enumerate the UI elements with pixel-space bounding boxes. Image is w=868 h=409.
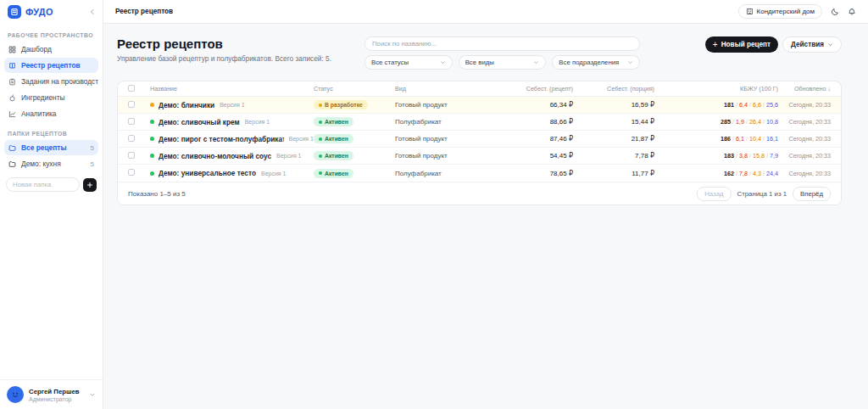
cost-portion-value: 15,44 ₽ — [573, 118, 654, 126]
recipe-kind: Готовый продукт — [395, 101, 495, 109]
folder-count: 5 — [91, 160, 94, 168]
filters-row: Все статусы Все виды Все подразделения — [364, 55, 640, 70]
recipe-version: Версия 1 — [289, 136, 314, 142]
recipes-table: Название Статус Вид Себест. (рецепт) Себ… — [117, 81, 842, 205]
column-header-kbju[interactable]: КБЖУ (100 Г) — [654, 85, 778, 92]
sidebar-item-production-tasks[interactable]: Задания на производст... — [4, 74, 98, 89]
kbju-value: 1833,815,87,9 — [654, 152, 778, 160]
kbju-value: 1627,84,324,4 — [654, 170, 778, 177]
chevron-down-icon — [440, 59, 446, 65]
cost-recipe-value: 78,65 ₽ — [495, 170, 573, 177]
recipe-status-dot-icon — [150, 120, 154, 124]
sidebar-item-label: Реестр рецептов — [21, 61, 81, 70]
row-checkbox[interactable] — [128, 152, 135, 159]
sidebar-item-label: Ингредиенты — [21, 93, 65, 102]
row-checkbox[interactable] — [128, 169, 135, 176]
column-header-cost-portion[interactable]: Себест. (порция) — [573, 85, 654, 92]
sort-desc-icon: ↓ — [827, 85, 831, 92]
page-subtitle: Управление базой рецептур и полуфабрикат… — [117, 54, 371, 63]
recipe-name[interactable]: Демо: сливочно-молочный соус — [159, 152, 271, 160]
row-checkbox[interactable] — [128, 118, 135, 125]
sidebar-collapse-icon[interactable] — [89, 8, 96, 15]
cost-portion-value: 11,77 ₽ — [573, 170, 654, 177]
recipe-status-dot-icon — [150, 103, 154, 107]
status-filter-select[interactable]: Все статусы — [364, 55, 453, 70]
actions-button[interactable]: Действия — [782, 36, 842, 53]
sidebar-item-ingredients[interactable]: Ингредиенты — [4, 90, 98, 105]
recipe-name[interactable]: Демо: универсальное тесто — [159, 169, 256, 177]
badge-dot-icon — [319, 171, 322, 175]
folder-label: Все рецепты — [21, 143, 67, 152]
folders-section-label: ПАПКИ РЕЦЕПТОВ — [0, 122, 103, 140]
sidebar-item-analytics[interactable]: Аналитика — [4, 106, 98, 121]
clipboard-icon — [8, 78, 16, 86]
cost-portion-value: 7,78 ₽ — [573, 152, 654, 160]
user-menu[interactable]: Сергей Першев Администратор — [0, 379, 103, 409]
user-avatar — [7, 386, 24, 403]
updated-value: Сегодня, 20:33 — [778, 135, 831, 143]
status-badge: Активен — [314, 134, 353, 143]
recipe-name[interactable]: Демо: пирог с тестом-полуфабрикатом — [159, 135, 284, 143]
folders-nav: Все рецепты 5 Демо: кухня 5 — [0, 140, 103, 172]
table-body: Демо: блинчики Версия 1 В разработке Гот… — [118, 97, 841, 182]
folder-count: 5 — [91, 144, 94, 152]
column-header-cost-recipe[interactable]: Себест. (рецепт) — [495, 85, 573, 92]
new-folder-row — [0, 172, 103, 192]
book-icon — [8, 62, 16, 70]
department-filter-value: Все подразделения — [559, 59, 619, 66]
cost-recipe-value: 66,34 ₽ — [495, 101, 573, 109]
updated-value: Сегодня, 20:33 — [778, 101, 831, 109]
row-checkbox[interactable] — [128, 101, 135, 108]
column-header-kind[interactable]: Вид — [395, 85, 495, 92]
recipe-name[interactable]: Демо: сливочный крем — [159, 118, 240, 126]
select-all-checkbox[interactable] — [128, 85, 135, 92]
folder-item-demo-kitchen[interactable]: Демо: кухня 5 — [4, 156, 98, 171]
department-filter-select[interactable]: Все подразделения — [552, 55, 640, 70]
new-recipe-button[interactable]: Новый рецепт — [705, 36, 778, 53]
pagination-back-button[interactable]: Назад — [697, 187, 731, 201]
topbar: Реестр рецептов Кондитерский дом — [103, 0, 868, 24]
status-filter-value: Все статусы — [371, 59, 409, 66]
row-checkbox[interactable] — [128, 135, 135, 142]
folder-item-all-recipes[interactable]: Все рецепты 5 — [4, 140, 98, 155]
table-row[interactable]: Демо: сливочно-молочный соус Версия 1 Ак… — [118, 148, 841, 165]
column-header-name[interactable]: Название — [150, 85, 314, 92]
sidebar-item-label: Аналитика — [21, 109, 56, 118]
theme-toggle-moon-icon[interactable] — [831, 8, 839, 16]
pagination-forward-button[interactable]: Вперёд — [793, 187, 831, 201]
kind-filter-select[interactable]: Все виды — [459, 55, 547, 70]
sidebar-item-recipes[interactable]: Реестр рецептов — [4, 58, 98, 73]
recipe-status-dot-icon — [150, 154, 154, 158]
recipe-version: Версия 1 — [261, 171, 287, 176]
status-badge: Активен — [314, 117, 353, 126]
column-header-status[interactable]: Статус — [314, 85, 395, 92]
recipe-kind: Полуфабрикат — [395, 170, 495, 177]
table-row[interactable]: Демо: блинчики Версия 1 В разработке Гот… — [118, 97, 841, 114]
sidebar: ФУДО РАБОЧЕЕ ПРОСТРАНСТВО Дашборд Реестр… — [0, 0, 103, 409]
recipe-name[interactable]: Демо: блинчики — [159, 101, 214, 109]
table-row[interactable]: Демо: универсальное тесто Версия 1 Актив… — [118, 165, 841, 182]
header-buttons: Новый рецепт Действия — [705, 36, 842, 53]
updated-value: Сегодня, 20:33 — [778, 152, 831, 160]
sidebar-item-dashboard[interactable]: Дашборд — [4, 42, 98, 57]
page-header: Реестр рецептов Управление базой рецепту… — [117, 36, 842, 70]
logo: ФУДО — [0, 0, 103, 24]
recipe-status-dot-icon — [150, 137, 154, 141]
search-input[interactable] — [364, 36, 640, 51]
workspace-nav: Дашборд Реестр рецептов Задания на произ… — [0, 42, 103, 122]
status-badge: Активен — [314, 169, 353, 178]
notifications-bell-icon[interactable] — [848, 8, 856, 16]
sidebar-item-label: Задания на производст... — [21, 77, 98, 86]
cost-recipe-value: 87,46 ₽ — [495, 135, 573, 143]
status-badge: Активен — [314, 151, 353, 160]
table-row[interactable]: Демо: пирог с тестом-полуфабрикатом Верс… — [118, 131, 841, 148]
column-header-updated[interactable]: Обновлено ↓ — [778, 85, 831, 92]
add-folder-button[interactable] — [83, 178, 97, 192]
table-row[interactable]: Демо: сливочный крем Версия 1 Активен По… — [118, 114, 841, 131]
new-folder-input[interactable] — [6, 177, 80, 192]
folder-label: Демо: кухня — [21, 160, 61, 168]
page-indicator: Страница 1 из 1 — [737, 190, 787, 198]
badge-dot-icon — [319, 120, 322, 124]
company-switcher-button[interactable]: Кондитерский дом — [738, 4, 822, 19]
topbar-actions: Кондитерский дом — [738, 4, 856, 19]
